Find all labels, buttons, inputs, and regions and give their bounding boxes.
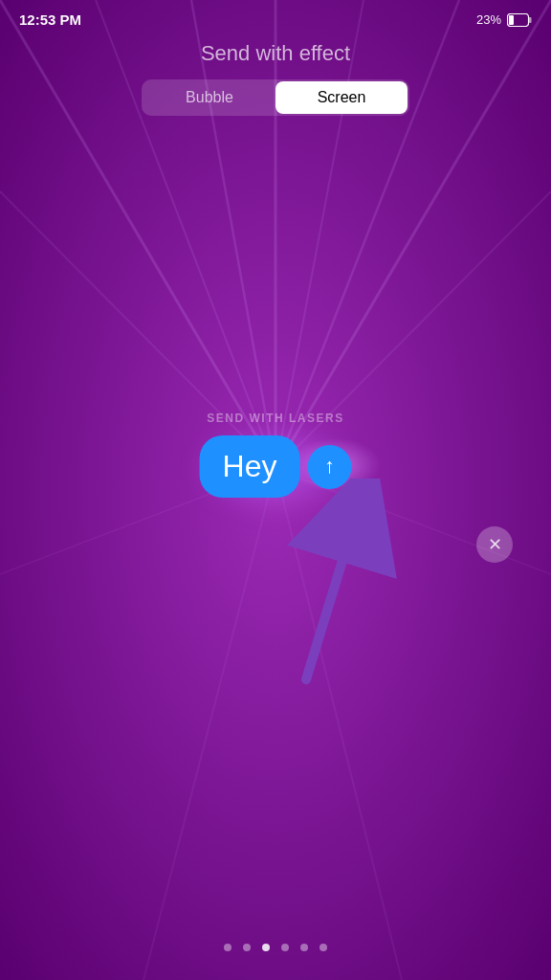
close-icon: ✕ [488,534,502,555]
svg-line-19 [306,507,359,679]
dot-4[interactable] [281,944,289,951]
svg-rect-16 [529,17,532,23]
page-dots [224,944,327,951]
svg-rect-17 [509,15,514,25]
status-right: 23% [476,12,532,27]
battery-percentage: 23% [476,12,501,27]
effect-label: SEND WITH LASERS [207,412,343,425]
segment-control: Bubble Screen [142,79,409,116]
screen-tab[interactable]: Screen [276,81,408,114]
dot-6[interactable] [320,944,327,951]
status-time: 12:53 PM [19,11,81,28]
bubble-tab[interactable]: Bubble [143,81,276,114]
page-title: Send with effect [0,41,551,66]
battery-icon [507,13,532,27]
dot-2[interactable] [243,944,251,951]
dot-5[interactable] [300,944,308,951]
send-icon: ↑ [324,454,335,479]
arrow-pointer [249,479,440,693]
dot-3[interactable] [262,944,270,951]
dot-1[interactable] [224,944,231,951]
close-button[interactable]: ✕ [476,526,513,563]
status-bar: 12:53 PM 23% [0,0,551,33]
